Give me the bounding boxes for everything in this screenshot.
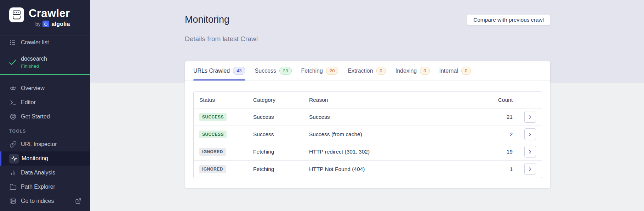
main-content: Monitoring Compare with previous crawl D… bbox=[90, 0, 644, 211]
crawler-name: docsearch bbox=[21, 56, 47, 62]
sidebar: Crawler by algolia Crawler list bbox=[0, 0, 90, 211]
sidebar-item-data-analysis[interactable]: Data Analysis bbox=[0, 166, 90, 180]
sidebar-item-label: Go to indices bbox=[21, 198, 54, 204]
column-header-status: Status bbox=[194, 92, 253, 108]
sidebar-item-editor[interactable]: Editor bbox=[0, 95, 90, 110]
tab-count-badge: 43 bbox=[233, 67, 245, 75]
category-cell: Fetching bbox=[253, 143, 309, 160]
category-cell: Success bbox=[253, 108, 309, 126]
column-header-count: Count bbox=[478, 92, 518, 108]
sidebar-item-label: Editor bbox=[21, 99, 36, 106]
tab-indexing[interactable]: Indexing 0 bbox=[395, 61, 430, 80]
sidebar-item-label: Overview bbox=[21, 85, 45, 91]
tab-count-badge: 0 bbox=[461, 67, 471, 75]
count-cell: 1 bbox=[478, 160, 518, 178]
indices-icon bbox=[9, 198, 17, 205]
table-header-row: Status Category Reason Count bbox=[194, 92, 542, 108]
table-row: IGNORED Fetching HTTP redirect (301, 302… bbox=[194, 143, 542, 160]
status-badge: IGNORED bbox=[199, 148, 226, 156]
sidebar-item-label: Path Explorer bbox=[21, 184, 55, 190]
compare-previous-crawl-button[interactable]: Compare with previous crawl bbox=[467, 14, 550, 26]
reason-cell: Success (from cache) bbox=[309, 126, 478, 143]
tab-count-badge: 0 bbox=[420, 67, 429, 75]
monitoring-card: URLs Crawled 43 Success 23 Fetching 20 E… bbox=[185, 61, 550, 188]
folder-icon bbox=[9, 183, 17, 190]
byline-by: by bbox=[35, 21, 41, 27]
sidebar-item-label: Data Analysis bbox=[21, 170, 55, 176]
crawl-results-table: Status Category Reason Count SUCCESS Suc… bbox=[193, 91, 542, 178]
table-row: SUCCESS Success Success (from cache) 2 bbox=[194, 126, 542, 143]
reason-cell: HTTP redirect (301, 302) bbox=[309, 143, 478, 160]
crawler-list-label: Crawler list bbox=[21, 39, 49, 46]
category-cell: Fetching bbox=[253, 160, 309, 178]
status-badge: SUCCESS bbox=[199, 131, 227, 138]
crawl-progress-bar bbox=[0, 74, 90, 75]
app-logo[interactable]: Crawler by algolia bbox=[0, 0, 90, 35]
row-expand-button[interactable] bbox=[524, 163, 536, 175]
check-icon bbox=[8, 58, 17, 66]
tab-success[interactable]: Success 23 bbox=[255, 61, 292, 80]
tab-extraction[interactable]: Extraction 0 bbox=[348, 61, 386, 80]
count-cell: 19 bbox=[478, 143, 518, 160]
tools-section-header: TOOLS bbox=[0, 124, 90, 137]
terminal-icon bbox=[9, 99, 17, 106]
algolia-logo-icon bbox=[42, 21, 49, 27]
sidebar-item-go-to-indices[interactable]: Go to indices bbox=[0, 194, 90, 208]
tab-fetching[interactable]: Fetching 20 bbox=[301, 61, 338, 80]
sidebar-item-get-started[interactable]: Get Started bbox=[0, 110, 90, 124]
row-expand-button[interactable] bbox=[524, 146, 536, 157]
tab-internal[interactable]: Internal 0 bbox=[439, 61, 471, 80]
table-row: IGNORED Fetching HTTP Not Found (404) 1 bbox=[194, 160, 542, 178]
crawler-selector[interactable]: docsearch Finished bbox=[0, 50, 90, 74]
column-header-reason: Reason bbox=[309, 92, 478, 108]
sidebar-item-crawler-list[interactable]: Crawler list bbox=[0, 35, 90, 50]
status-badge: SUCCESS bbox=[199, 113, 227, 121]
count-cell: 21 bbox=[478, 108, 518, 126]
tab-count-badge: 23 bbox=[279, 67, 291, 75]
activity-icon bbox=[9, 154, 19, 163]
page-title: Monitoring bbox=[185, 14, 229, 25]
status-badge: IGNORED bbox=[199, 165, 226, 173]
row-expand-button[interactable] bbox=[524, 128, 536, 140]
algolia-brand-name: algolia bbox=[51, 21, 70, 27]
reason-cell: Success bbox=[309, 108, 478, 126]
reason-cell: HTTP Not Found (404) bbox=[309, 160, 478, 178]
tab-bar: URLs Crawled 43 Success 23 Fetching 20 E… bbox=[185, 61, 550, 80]
link-icon bbox=[9, 141, 17, 148]
eye-icon bbox=[9, 85, 17, 92]
lifebuoy-icon bbox=[9, 113, 17, 120]
tab-count-badge: 20 bbox=[326, 67, 338, 75]
sidebar-item-url-inspector[interactable]: URL Inspector bbox=[0, 137, 90, 151]
crawler-logo-icon bbox=[9, 7, 24, 22]
sidebar-item-label: Monitoring bbox=[22, 155, 48, 162]
sidebar-item-path-explorer[interactable]: Path Explorer bbox=[0, 180, 90, 194]
bar-chart-icon bbox=[9, 169, 17, 176]
category-cell: Success bbox=[253, 126, 309, 143]
tab-count-badge: 0 bbox=[376, 67, 386, 75]
crawler-status-label: Finished bbox=[21, 63, 47, 69]
list-icon bbox=[9, 39, 16, 46]
sidebar-item-monitoring[interactable]: Monitoring bbox=[0, 151, 90, 166]
external-link-icon bbox=[75, 198, 81, 204]
page-subtitle: Details from latest Crawl bbox=[185, 35, 258, 43]
column-header-category: Category bbox=[253, 92, 309, 108]
sidebar-item-label: URL Inspector bbox=[21, 141, 57, 148]
sidebar-nav: Overview Editor Get Started TOOLS bbox=[0, 81, 90, 208]
count-cell: 2 bbox=[478, 126, 518, 143]
row-expand-button[interactable] bbox=[524, 111, 536, 123]
sidebar-item-overview[interactable]: Overview bbox=[0, 81, 90, 95]
tab-urls-crawled[interactable]: URLs Crawled 43 bbox=[193, 61, 245, 80]
app-title: Crawler bbox=[29, 7, 70, 20]
sidebar-item-label: Get Started bbox=[21, 113, 50, 120]
column-header-actions bbox=[518, 92, 542, 108]
table-row: SUCCESS Success Success 21 bbox=[194, 108, 542, 126]
